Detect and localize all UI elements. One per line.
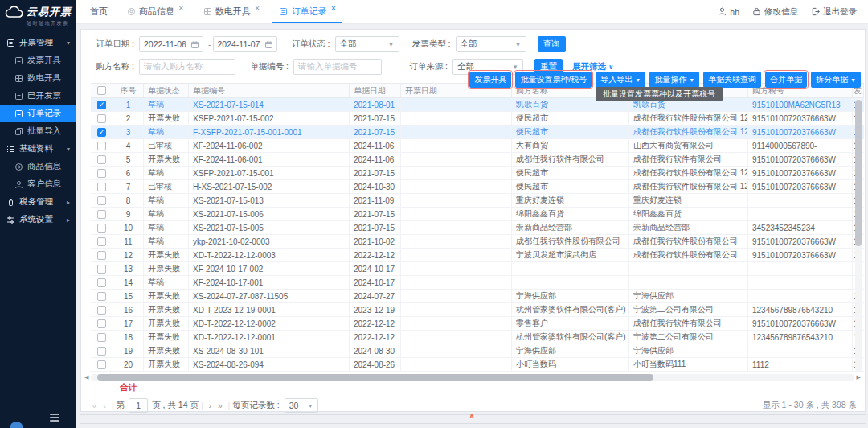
cell-doc-no: XS-2024-08-26-094 [189, 358, 350, 371]
tab-0[interactable]: 首页 [80, 0, 117, 23]
table-row[interactable]: 10草稿XS-2021-07-15-0052021-07-15崇新商品经营部崇新… [91, 221, 864, 235]
table-row[interactable]: 8草稿XS-2021-07-15-0132021-11-09重庆好麦连锁重庆好麦… [91, 194, 864, 208]
select-all-checkbox[interactable] [97, 86, 106, 95]
page-size-select[interactable]: 30 ▼ [285, 398, 318, 413]
doc-no-input[interactable]: 请输入单据编号 [293, 59, 382, 75]
next-page-button[interactable]: › [209, 401, 211, 410]
row-checkbox[interactable] [97, 196, 106, 205]
row-checkbox[interactable] [97, 142, 106, 150]
sidebar-item-9[interactable]: 税务管理▸ [0, 193, 76, 211]
user-menu[interactable]: hh [718, 7, 739, 17]
row-checkbox[interactable] [97, 306, 106, 315]
row-checkbox[interactable] [97, 319, 106, 328]
action-button-1[interactable]: 批量设置票种/税号 [515, 72, 592, 88]
sidebar-item-7[interactable]: 商品信息 [0, 158, 76, 175]
action-button-3[interactable]: 批量操作▼ [649, 72, 699, 88]
row-checkbox[interactable] [97, 169, 106, 178]
table-row[interactable]: 4已审核XF-2024-11-06-0022024-11-06大有商贸山西大有商… [91, 139, 864, 153]
logout-button[interactable]: 退出登录 [811, 6, 857, 18]
table-row[interactable]: 14草稿XF-2024-10-17-0012024-10-17 [91, 276, 864, 290]
row-checkbox[interactable] [97, 251, 106, 260]
horizontal-scrollbar[interactable] [91, 374, 854, 381]
edit-info-button[interactable]: 修改信息 [752, 6, 798, 18]
close-icon[interactable]: ✕ [255, 5, 260, 12]
cell-status: 草稿 [144, 167, 189, 179]
row-checkbox[interactable] [97, 292, 106, 301]
close-icon[interactable]: ✕ [178, 5, 184, 12]
action-button-5[interactable]: 合并单据 [765, 72, 807, 88]
last-page-button[interactable]: » [218, 401, 223, 410]
order-status-select[interactable]: 全部 ▼ [335, 36, 399, 52]
sidebar-item-5[interactable]: 批量导入 [0, 122, 76, 140]
table-row[interactable]: 5开票失败XF-2024-11-06-0012024-11-06成都任我行软件有… [91, 153, 864, 167]
row-checkbox[interactable] [97, 237, 106, 246]
tab-1[interactable]: 商品信息✕ [117, 0, 194, 23]
cell-buyer-company: 成都任我行软件有限公司 [629, 153, 748, 166]
horizontal-scrollbar-thumb[interactable] [97, 374, 653, 381]
row-checkbox[interactable] [97, 360, 106, 369]
close-icon[interactable]: ✕ [330, 5, 336, 12]
table-row[interactable]: 11草稿ykp-2021-10-02-00032021-10-02成都任我行软件… [91, 235, 864, 249]
row-checkbox[interactable] [97, 114, 106, 123]
table-row[interactable]: 6草稿XSFP-2021-07-15-0012021-07-15便民超市成都任我… [91, 167, 864, 180]
prev-page-button[interactable]: ‹ [104, 401, 106, 410]
sidebar-item-8[interactable]: 客户信息 [0, 175, 76, 193]
row-checkbox[interactable] [97, 278, 106, 287]
sidebar-item-6[interactable]: 基础资料▾ [0, 140, 76, 158]
sidebar-item-0[interactable]: 开票管理▾ [0, 34, 76, 51]
page-input[interactable]: 1 [129, 398, 148, 413]
row-checkbox[interactable] [97, 183, 106, 191]
table-row[interactable]: 17开票失败XD-T-2022-12-12-00022022-12-12零售客户… [91, 317, 864, 331]
action-button-6[interactable]: 拆分单据▼ [811, 72, 861, 88]
row-checkbox[interactable]: ✓ [97, 101, 106, 109]
table-row[interactable]: ✓1草稿XS-2021-07-15-0142021-08-01凯歌百货凯歌百货9… [91, 98, 864, 112]
table-row[interactable]: 12开票失败XD-T-2022-12-12-00032022-12-12宁波贝发… [91, 249, 864, 262]
row-checkbox[interactable] [97, 347, 106, 356]
invoice-issue-icon [14, 56, 23, 65]
table-row[interactable]: 16开票失败XD-T-2023-12-19-00012023-12-19杭州管家… [91, 303, 864, 317]
action-button-0[interactable]: 发票开具 [469, 72, 511, 88]
sidebar-item-2[interactable]: 数电开具 [0, 69, 76, 87]
action-button-2[interactable]: 导入导出▼ [596, 72, 645, 88]
order-records-panel: 订单日期 : 2022-11-06 - 2024-11-07 订单状态 : 全部… [80, 29, 866, 412]
help-bubble[interactable] [10, 422, 23, 428]
first-page-button[interactable]: « [92, 401, 97, 410]
row-checkbox[interactable] [97, 210, 106, 219]
invoice-type-select[interactable]: 全部 ▼ [456, 36, 526, 52]
cell-doc-no: XS-2021-07-15-005 [189, 221, 350, 234]
sidebar-item-1[interactable]: 发票开具 [0, 51, 76, 69]
collapse-chevron[interactable]: ∧ [469, 411, 475, 420]
hscroll-right-arrow-icon[interactable]: ▶ [857, 374, 861, 381]
row-checkbox[interactable] [97, 265, 106, 274]
table-row[interactable]: 15开票失败XS-2024-07-27-087-115052024-07-27宁… [91, 290, 864, 303]
vertical-scrollbar-thumb[interactable] [855, 100, 862, 246]
table-row[interactable]: 9草稿XS-2021-07-15-0062021-07-15绵阳鑫鑫百货绵阳鑫鑫… [91, 208, 864, 221]
expand-filters-link[interactable]: 展开筛选 ∨ [572, 61, 613, 72]
vertical-scrollbar[interactable] [855, 98, 862, 372]
table-row[interactable]: 18开票失败XD-T-2022-12-12-00012022-12-12杭州管家… [91, 331, 864, 344]
cell-status: 开票失败 [144, 112, 189, 125]
table-row[interactable]: 13开票失败XF-2024-10-17-0022024-10-17 [91, 262, 864, 276]
row-checkbox[interactable]: ✓ [97, 128, 106, 137]
cell-buyer-company: 成都任我行软件有限公司 [629, 317, 748, 330]
order-date-to-input[interactable]: 2024-11-07 [213, 36, 277, 52]
row-checkbox[interactable] [97, 224, 106, 233]
buyer-name-input[interactable]: 请输入购方名称 [139, 59, 235, 75]
table-row[interactable]: 20开票失败XS-2024-08-26-0942024-08-26小叮当数码小叮… [91, 358, 864, 372]
action-button-4[interactable]: 单据关联查询 [703, 72, 761, 88]
table-row[interactable]: 19开票失败XS-2024-08-30-1012024-08-30宁海供应部宁海… [91, 344, 864, 358]
tab-2[interactable]: 数电开具✕ [194, 0, 270, 23]
row-checkbox[interactable] [97, 155, 106, 164]
order-date-from-input[interactable]: 2022-11-06 [139, 36, 203, 52]
table-row[interactable]: ✓3草稿F-XSFP-2021-07-15-001-00012021-07-15… [91, 126, 864, 139]
sidebar-item-3[interactable]: 已开发票 [0, 87, 76, 105]
sidebar-collapse-icon[interactable] [50, 412, 59, 423]
hscroll-left-arrow-icon[interactable]: ◀ [84, 374, 88, 381]
search-button[interactable]: 查询 [538, 36, 566, 52]
sidebar-item-4[interactable]: 订单记录 [0, 105, 76, 122]
table-row[interactable]: 2开票失败XSFP-2021-07-15-0022021-07-15便民超市成都… [91, 112, 864, 126]
tab-3[interactable]: 订单记录✕ [269, 0, 346, 23]
sidebar-item-10[interactable]: 系统设置▸ [0, 211, 76, 228]
table-row[interactable]: 7已审核H-XS-2021-07-15-0022024-10-30便民超市成都任… [91, 180, 864, 194]
row-checkbox[interactable] [97, 333, 106, 342]
